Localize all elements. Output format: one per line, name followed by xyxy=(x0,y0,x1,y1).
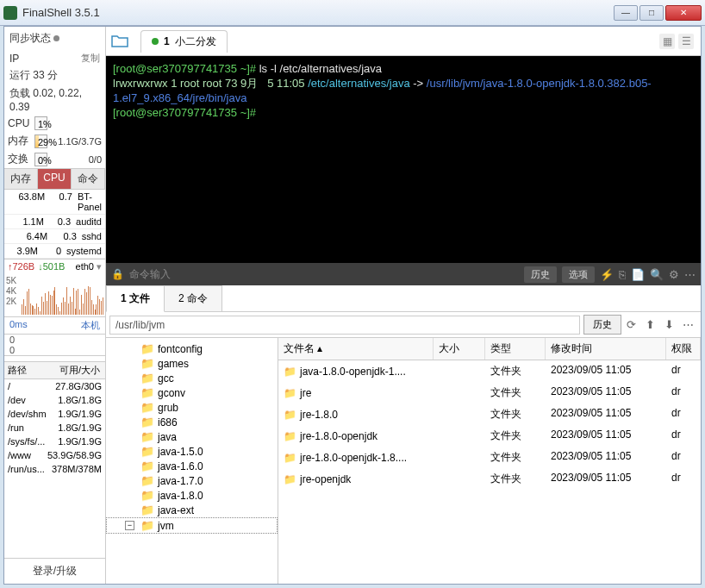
process-row[interactable]: 1.1M0.3auditd xyxy=(4,215,105,229)
dropdown-icon[interactable]: ▾ xyxy=(97,261,102,272)
net-upload: ↑726B xyxy=(8,261,34,272)
folder-icon: 📁 xyxy=(140,416,154,428)
connection-tab[interactable]: 1 小二分发 xyxy=(140,30,228,53)
file-row[interactable]: 📁jre-1.8.0-openjdk 文件夹 2023/09/05 11:05 … xyxy=(278,425,701,447)
folder-icon: 📁 xyxy=(140,460,154,472)
list-view-icon[interactable]: ☰ xyxy=(678,34,694,49)
window-title: FinalShell 3.5.1 xyxy=(22,6,614,19)
upload-icon[interactable]: ⬆ xyxy=(640,318,659,331)
expand-icon[interactable]: − xyxy=(125,521,134,530)
folder-icon: 📁 xyxy=(140,445,154,458)
path-input[interactable] xyxy=(109,316,580,335)
download-icon[interactable]: ⬇ xyxy=(659,318,678,331)
minimize-button[interactable]: — xyxy=(614,5,638,21)
file-row[interactable]: 📁java-1.8.0-openjdk-1.... 文件夹 2023/09/05… xyxy=(278,360,701,382)
col-perm[interactable]: 权限 xyxy=(666,338,701,360)
disk-row[interactable]: /sys/fs/...1.9G/1.9G xyxy=(4,435,105,448)
options-button[interactable]: 选项 xyxy=(562,266,595,283)
folder-icon: 📁 xyxy=(284,430,296,442)
col-size[interactable]: 大小 xyxy=(434,338,485,360)
uptime-label: 运行 33 分 xyxy=(9,68,58,83)
folder-icon: 📁 xyxy=(284,366,296,378)
login-upgrade-button[interactable]: 登录/升级 xyxy=(4,558,105,584)
titlebar[interactable]: FinalShell 3.5.1 — □ ✕ xyxy=(0,0,705,26)
disk-row[interactable]: /run1.8G/1.9G xyxy=(4,421,105,435)
tree-item[interactable]: 📁i686 xyxy=(106,415,278,429)
col-type[interactable]: 类型 xyxy=(485,338,546,360)
tree-item[interactable]: −📁jvm xyxy=(106,517,278,534)
bolt-icon[interactable]: ⚡ xyxy=(600,268,614,281)
disk-header-path: 路径 xyxy=(8,364,59,377)
folder-icon: 📁 xyxy=(140,386,154,399)
folder-icon: 📁 xyxy=(140,474,154,487)
open-folder-button[interactable] xyxy=(106,29,135,53)
disk-row[interactable]: /dev1.8G/1.8G xyxy=(4,393,105,407)
cpu-metric: CPU 1% xyxy=(4,115,105,132)
process-row[interactable]: 6.4M0.3sshd xyxy=(4,229,105,244)
tree-item[interactable]: 📁games xyxy=(106,356,278,371)
sync-status-label: 同步状态 xyxy=(9,32,51,44)
ip-label: IP xyxy=(9,53,19,65)
disk-row[interactable]: /27.8G/30G xyxy=(4,379,105,393)
tree-item[interactable]: 📁gconv xyxy=(106,385,278,400)
more-icon[interactable]: ⋯ xyxy=(684,268,696,281)
tree-item[interactable]: 📁java-1.5.0 xyxy=(106,444,278,459)
more-icon[interactable]: ⋯ xyxy=(678,318,697,331)
tree-item[interactable]: 📁grub xyxy=(106,400,278,415)
copy-ip-button[interactable]: 复制 xyxy=(81,52,100,65)
path-history-button[interactable]: 历史 xyxy=(583,315,621,335)
network-stats: ↑726B ↓501B eth0 ▾ xyxy=(4,259,105,274)
ping-ms: 0ms xyxy=(9,319,28,332)
network-graph: 5K4K2K xyxy=(4,274,105,317)
disk-row[interactable]: /run/us...378M/378M xyxy=(4,462,105,476)
command-input[interactable]: 命令输入 xyxy=(129,267,171,282)
folder-icon: 📁 xyxy=(284,473,296,485)
file-list[interactable]: 文件名 ▴ 大小 类型 修改时间 权限 📁java-1.8.0-openjdk-… xyxy=(278,338,701,584)
lock-icon[interactable]: 🔒 xyxy=(111,268,124,280)
grid-view-icon[interactable]: ▦ xyxy=(659,34,675,49)
folder-tree[interactable]: 📁fontconfig📁games📁gcc📁gconv📁grub📁i686📁ja… xyxy=(106,338,278,584)
col-date[interactable]: 修改时间 xyxy=(546,338,666,360)
tab-commands[interactable]: 2 命令 xyxy=(164,285,222,311)
process-tab-mem[interactable]: 内存 xyxy=(4,169,38,189)
folder-icon: 📁 xyxy=(140,504,154,516)
process-tab-cmd[interactable]: 命令 xyxy=(72,169,105,189)
tab-files[interactable]: 1 文件 xyxy=(106,285,165,312)
process-row[interactable]: 63.8M0.7BT-Panel xyxy=(4,190,105,215)
folder-icon: 📁 xyxy=(140,342,154,355)
file-row[interactable]: 📁jre-1.8.0 文件夹 2023/09/05 11:05 dr xyxy=(278,403,701,425)
sync-dot-icon xyxy=(53,35,59,41)
app-icon xyxy=(3,6,17,20)
refresh-icon[interactable]: ⟳ xyxy=(621,318,640,331)
swap-metric: 交换 0% 0/0 xyxy=(4,150,105,168)
gear-icon[interactable]: ⚙ xyxy=(669,268,679,281)
paste-icon[interactable]: 📄 xyxy=(631,268,645,281)
copy-icon[interactable]: ⎘ xyxy=(619,268,626,281)
tree-item[interactable]: 📁java xyxy=(106,429,278,444)
col-name[interactable]: 文件名 ▴ xyxy=(278,338,434,360)
disk-row[interactable]: /www53.9G/58.9G xyxy=(4,448,105,462)
disk-row[interactable]: /dev/shm1.9G/1.9G xyxy=(4,407,105,421)
memory-metric: 内存 29% 1.1G/3.7G xyxy=(4,132,105,150)
file-row[interactable]: 📁jre 文件夹 2023/09/05 11:05 dr xyxy=(278,382,701,403)
tree-item[interactable]: 📁java-ext xyxy=(106,503,278,517)
tree-item[interactable]: 📁gcc xyxy=(106,371,278,385)
terminal-output[interactable]: [root@ser370797741735 ~]# ls -l /etc/alt… xyxy=(106,56,701,263)
maximize-button[interactable]: □ xyxy=(639,5,664,21)
folder-icon xyxy=(111,34,130,49)
disk-header-usage: 可用/大小 xyxy=(59,364,100,377)
process-row[interactable]: 3.9M0systemd xyxy=(4,244,105,259)
terminal-footer: 🔒 命令输入 历史 选项 ⚡ ⎘ 📄 🔍 ⚙ ⋯ xyxy=(106,263,701,285)
process-tab-cpu[interactable]: CPU xyxy=(38,169,72,189)
folder-icon: 📁 xyxy=(140,401,154,414)
search-icon[interactable]: 🔍 xyxy=(650,268,664,281)
tree-item[interactable]: 📁java-1.6.0 xyxy=(106,459,278,473)
history-button[interactable]: 历史 xyxy=(524,266,557,283)
tree-item[interactable]: 📁java-1.8.0 xyxy=(106,488,278,503)
close-button[interactable]: ✕ xyxy=(665,5,702,21)
file-row[interactable]: 📁jre-1.8.0-openjdk-1.8.... 文件夹 2023/09/0… xyxy=(278,447,701,468)
file-row[interactable]: 📁jre-openjdk 文件夹 2023/09/05 11:05 dr xyxy=(278,468,701,490)
tree-item[interactable]: 📁fontconfig xyxy=(106,341,278,356)
tree-item[interactable]: 📁java-1.7.0 xyxy=(106,473,278,488)
net-interface: eth0 xyxy=(76,261,94,272)
